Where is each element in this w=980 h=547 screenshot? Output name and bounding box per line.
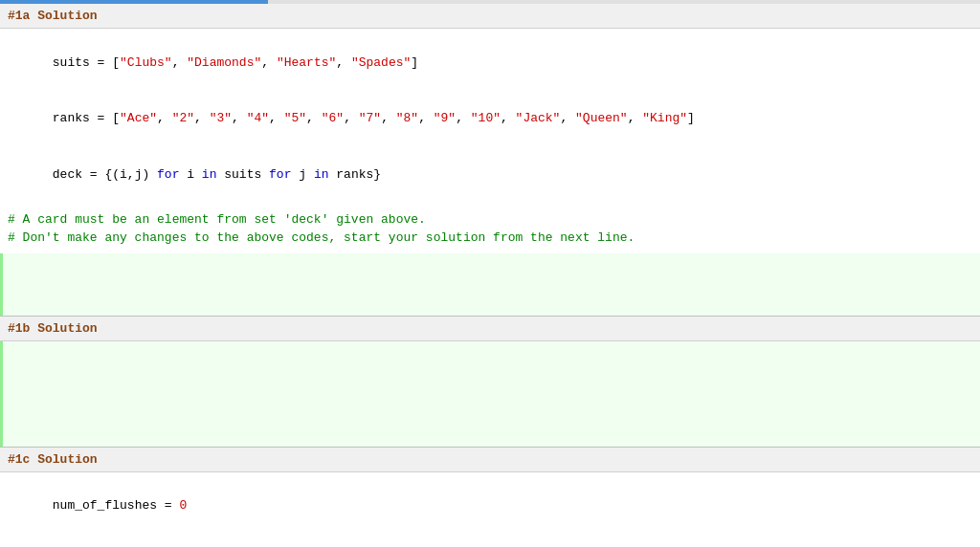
section-1b-header: #1b Solution bbox=[0, 317, 980, 341]
code-line-blank bbox=[8, 203, 972, 210]
section-1a-code: suits = ["Clubs", "Diamonds", "Hearts", … bbox=[0, 29, 980, 253]
section-1b-input[interactable] bbox=[0, 341, 980, 447]
code-line-comment1: # A card must be an element from set 'de… bbox=[8, 210, 972, 230]
section-1c-code: num_of_flushes = 0 num_of_straights = 0 … bbox=[0, 472, 980, 548]
code-line-ranks: ranks = ["Ace", "2", "3", "4", "5", "6",… bbox=[8, 91, 972, 147]
section-1a: #1a Solution suits = ["Clubs", "Diamonds… bbox=[0, 4, 980, 317]
section-1b: #1b Solution bbox=[0, 317, 980, 448]
section-1c: #1c Solution num_of_flushes = 0 num_of_s… bbox=[0, 448, 980, 548]
code-line-deck: deck = {(i,j) for i in suits for j in ra… bbox=[8, 146, 972, 203]
section-1a-input[interactable] bbox=[0, 253, 980, 316]
section-1a-title: #1a Solution bbox=[8, 9, 98, 23]
section-1a-header: #1a Solution bbox=[0, 4, 980, 29]
code-line-straights: num_of_straights = 0 bbox=[8, 534, 972, 547]
section-1c-header: #1c Solution bbox=[0, 448, 980, 472]
section-1c-title: #1c Solution bbox=[8, 452, 98, 467]
code-line-flushes: num_of_flushes = 0 bbox=[8, 478, 972, 535]
code-line-comment2: # Don't make any changes to the above co… bbox=[8, 229, 972, 248]
section-1b-title: #1b Solution bbox=[8, 321, 98, 336]
code-line-suits: suits = ["Clubs", "Diamonds", "Hearts", … bbox=[8, 34, 972, 91]
